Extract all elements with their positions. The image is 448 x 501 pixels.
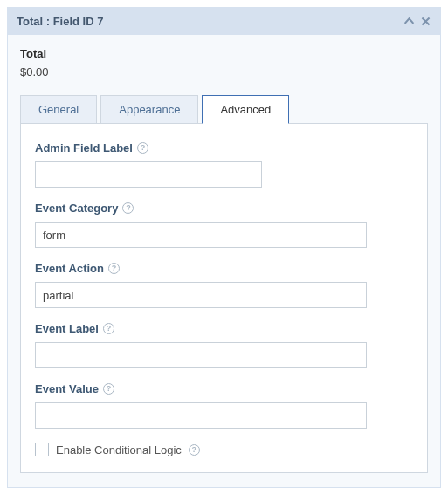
help-icon[interactable]: ? <box>103 383 114 395</box>
event-label-input[interactable] <box>35 342 367 368</box>
tab-content-advanced: Admin Field Label ? Event Category ? Eve… <box>20 123 428 473</box>
label-text: Event Value <box>35 382 99 395</box>
help-icon[interactable]: ? <box>108 263 120 274</box>
label-event-category: Event Category ? <box>35 202 413 215</box>
help-icon[interactable]: ? <box>122 202 134 214</box>
help-icon[interactable]: ? <box>103 323 114 334</box>
row-event-label: Event Label ? <box>35 322 413 368</box>
row-admin-field-label: Admin Field Label ? <box>35 141 413 188</box>
close-icon[interactable] <box>420 16 431 27</box>
label-event-value: Event Value ? <box>35 382 413 395</box>
field-settings-panel: Total : Field ID 7 Total $0.00 General A… <box>7 7 441 488</box>
conditional-logic-checkbox[interactable] <box>35 443 49 456</box>
field-preview-label: Total <box>20 47 428 60</box>
panel-header-icons <box>403 16 431 27</box>
label-text: Event Action <box>35 262 104 275</box>
conditional-logic-label: Enable Conditional Logic <box>56 443 182 456</box>
tab-general[interactable]: General <box>20 95 97 124</box>
help-icon[interactable]: ? <box>189 444 200 456</box>
label-text: Event Category <box>35 202 118 215</box>
label-text: Event Label <box>35 322 99 335</box>
panel-title: Total : Field ID 7 <box>17 15 403 28</box>
event-category-input[interactable] <box>35 222 367 248</box>
panel-header: Total : Field ID 7 <box>8 8 440 35</box>
row-event-value: Event Value ? <box>35 382 413 429</box>
label-admin-field-label: Admin Field Label ? <box>35 141 413 154</box>
label-event-action: Event Action ? <box>35 262 413 275</box>
tabs: General Appearance Advanced <box>20 95 428 124</box>
collapse-icon[interactable] <box>403 16 415 27</box>
help-icon[interactable]: ? <box>137 142 148 154</box>
row-event-category: Event Category ? <box>35 202 413 248</box>
label-event-label: Event Label ? <box>35 322 413 335</box>
tab-advanced[interactable]: Advanced <box>202 95 289 124</box>
admin-field-label-input[interactable] <box>35 161 262 188</box>
event-action-input[interactable] <box>35 282 367 308</box>
field-preview-value: $0.00 <box>20 65 428 79</box>
row-conditional-logic: Enable Conditional Logic ? <box>35 443 413 456</box>
event-value-input[interactable] <box>35 402 367 429</box>
row-event-action: Event Action ? <box>35 262 413 308</box>
field-preview: Total $0.00 <box>20 47 428 79</box>
tab-appearance[interactable]: Appearance <box>100 95 198 124</box>
panel-body: Total $0.00 General Appearance Advanced … <box>8 35 440 487</box>
label-text: Admin Field Label <box>35 141 133 154</box>
